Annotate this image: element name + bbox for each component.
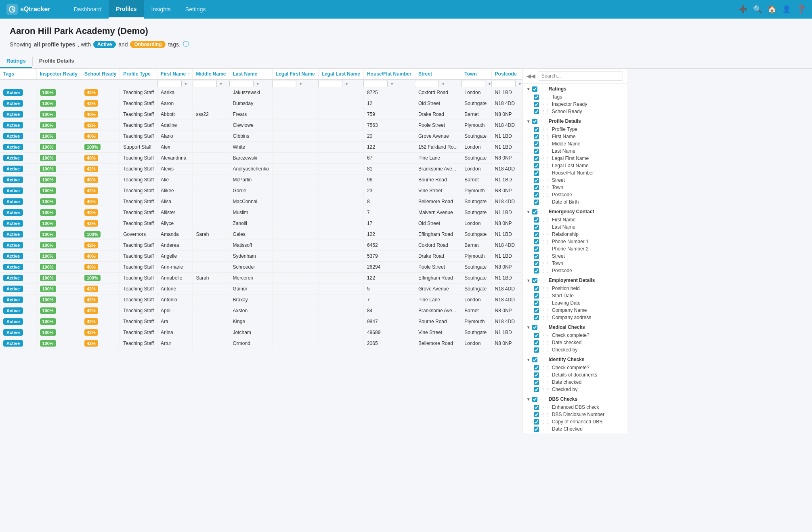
item-checkbox-1-1[interactable] <box>534 134 539 139</box>
item-checkbox-3-3[interactable] <box>534 308 539 313</box>
help-icon[interactable]: ❓ <box>797 5 806 14</box>
item-checkbox-5-0[interactable] <box>534 365 539 370</box>
section-checkbox-5[interactable] <box>532 357 537 362</box>
item-checkbox-5-1[interactable] <box>534 372 539 378</box>
item-checkbox-5-3[interactable] <box>534 387 539 392</box>
section-ratings[interactable]: Ratings <box>0 55 32 68</box>
table-row[interactable]: Active 100% 40% Teaching Staff Alexandri… <box>0 153 522 164</box>
nav-profiles[interactable]: Profiles <box>109 0 144 19</box>
panel-section-header-4[interactable]: ▼ ⋮⋮ Medical Checks <box>522 323 627 332</box>
col-legal-first[interactable]: Legal First Name <box>272 69 318 80</box>
item-checkbox-1-3[interactable] <box>534 149 539 154</box>
item-checkbox-2-5[interactable] <box>534 254 539 259</box>
filter-street[interactable] <box>415 80 439 87</box>
item-checkbox-1-2[interactable] <box>534 141 539 147</box>
panel-section-header-0[interactable]: ▼ ⋮⋮ Ratings <box>522 84 627 93</box>
nav-insights[interactable]: Insights <box>144 0 178 19</box>
table-row[interactable]: Active 100% 100% Governors Amanda Sarah … <box>0 229 522 240</box>
filter-last-name[interactable] <box>229 80 254 87</box>
item-checkbox-1-7[interactable] <box>534 178 539 183</box>
section-checkbox-0[interactable] <box>532 86 537 92</box>
filter-first-icon[interactable]: ▼ <box>184 82 188 86</box>
col-middle-name[interactable]: Middle Name <box>193 69 229 80</box>
table-row[interactable]: Active 100% 42% Teaching Staff Alexis An… <box>0 164 522 175</box>
item-checkbox-3-1[interactable] <box>534 293 539 299</box>
table-row[interactable]: Active 100% 42% Teaching Staff Adaline C… <box>0 120 522 131</box>
nav-settings[interactable]: Settings <box>178 0 213 19</box>
col-profile-type[interactable]: Profile Type <box>120 69 157 80</box>
item-checkbox-0-1[interactable] <box>534 102 539 107</box>
add-icon[interactable]: ➕ <box>739 5 747 14</box>
item-checkbox-2-2[interactable] <box>534 232 539 237</box>
item-checkbox-1-9[interactable] <box>534 192 539 198</box>
item-checkbox-4-1[interactable] <box>534 340 539 345</box>
col-town[interactable]: Town <box>461 69 491 80</box>
collapse-panel-btn[interactable]: ◀◀ <box>527 73 535 79</box>
filter-postcode[interactable] <box>491 80 516 87</box>
col-legal-last[interactable]: Legal Last Name <box>318 69 363 80</box>
item-checkbox-3-2[interactable] <box>534 301 539 306</box>
col-school-ready[interactable]: School Ready <box>81 69 120 80</box>
field-search-input[interactable] <box>538 71 623 81</box>
item-checkbox-6-0[interactable] <box>534 405 539 410</box>
col-street[interactable]: Street <box>415 69 461 80</box>
filter-house-icon[interactable]: ▼ <box>390 82 394 86</box>
table-row[interactable]: Active 100% 42% Teaching Staff Artur Orm… <box>0 338 522 349</box>
filter-town-icon[interactable]: ▼ <box>487 82 491 86</box>
item-checkbox-0-2[interactable] <box>534 109 539 114</box>
item-checkbox-1-0[interactable] <box>534 127 539 132</box>
col-postcode[interactable]: Postcode <box>491 69 522 80</box>
filter-first-name[interactable] <box>157 80 182 87</box>
col-house-flat[interactable]: House/Flat Number <box>363 69 415 80</box>
item-checkbox-0-0[interactable] <box>534 95 539 100</box>
table-row[interactable]: Active 100% 42% Teaching Staff Aarika Ja… <box>0 87 522 98</box>
item-checkbox-1-10[interactable] <box>534 200 539 205</box>
table-row[interactable]: Active 100% 40% Teaching Staff Alisa Mac… <box>0 196 522 207</box>
table-row[interactable]: Active 100% 42% Teaching Staff Alikee Go… <box>0 185 522 196</box>
filter-town[interactable] <box>461 80 485 87</box>
item-checkbox-5-2[interactable] <box>534 380 539 385</box>
table-row[interactable]: Active 100% 42% Teaching Staff Ara Kinge… <box>0 316 522 327</box>
table-row[interactable]: Active 100% 42% Teaching Staff Antone Ga… <box>0 284 522 294</box>
filter-legal-first-icon[interactable]: ▼ <box>299 82 303 86</box>
item-checkbox-3-0[interactable] <box>534 286 539 291</box>
table-row[interactable]: Active 100% 100% Support Staff Alex Whit… <box>0 142 522 153</box>
table-scroll-area[interactable]: Tags Inspector Ready School Ready Profil… <box>0 69 522 433</box>
filter-legal-last-icon[interactable]: ▼ <box>344 82 348 86</box>
col-insp-ready[interactable]: Inspector Ready <box>36 69 81 80</box>
table-row[interactable]: Active 100% 42% Teaching Staff Anderea M… <box>0 240 522 251</box>
col-last-name[interactable]: Last Name <box>229 69 272 80</box>
panel-section-header-6[interactable]: ▼ ⋮⋮ DBS Checks <box>522 395 627 404</box>
item-checkbox-6-2[interactable] <box>534 419 539 425</box>
filter-postcode-icon[interactable]: ▼ <box>518 82 522 86</box>
table-row[interactable]: Active 100% 42% Teaching Staff Antonio B… <box>0 294 522 305</box>
user-icon[interactable]: 👤 <box>782 5 791 14</box>
section-profile-details[interactable]: Profile Details <box>33 55 81 68</box>
item-checkbox-1-4[interactable] <box>534 156 539 161</box>
active-tag-filter[interactable]: Active <box>93 41 116 48</box>
info-icon[interactable]: ⓘ <box>183 40 189 48</box>
section-checkbox-2[interactable] <box>532 209 537 214</box>
item-checkbox-1-5[interactable] <box>534 163 539 168</box>
filter-house[interactable] <box>363 80 388 87</box>
item-checkbox-2-3[interactable] <box>534 239 539 244</box>
table-row[interactable]: Active 100% 100% Teaching Staff Annabell… <box>0 273 522 284</box>
filter-last-icon[interactable]: ▼ <box>256 82 260 86</box>
item-checkbox-4-2[interactable] <box>534 347 539 353</box>
section-checkbox-4[interactable] <box>532 325 537 330</box>
section-checkbox-3[interactable] <box>532 278 537 283</box>
table-row[interactable]: Active 100% 40% Teaching Staff Alie McPa… <box>0 175 522 185</box>
item-checkbox-6-3[interactable] <box>534 427 539 432</box>
col-first-name[interactable]: First Name ↑ <box>157 69 193 80</box>
table-row[interactable]: Active 100% 42% Teaching Staff Aaron Dum… <box>0 98 522 109</box>
table-row[interactable]: Active 100% 42% Teaching Staff Allyce Za… <box>0 218 522 229</box>
panel-section-header-3[interactable]: ▼ ⋮⋮ Employment Details <box>522 276 627 285</box>
item-checkbox-2-6[interactable] <box>534 261 539 266</box>
table-row[interactable]: Active 100% 40% Teaching Staff Alano Gib… <box>0 131 522 142</box>
item-checkbox-4-0[interactable] <box>534 333 539 338</box>
filter-street-icon[interactable]: ▼ <box>441 82 445 86</box>
panel-section-header-5[interactable]: ▼ ⋮⋮ Identity Checks <box>522 355 627 364</box>
table-row[interactable]: Active 100% 40% Teaching Staff Allister … <box>0 207 522 218</box>
item-checkbox-2-0[interactable] <box>534 217 539 223</box>
col-tags[interactable]: Tags <box>0 69 36 80</box>
